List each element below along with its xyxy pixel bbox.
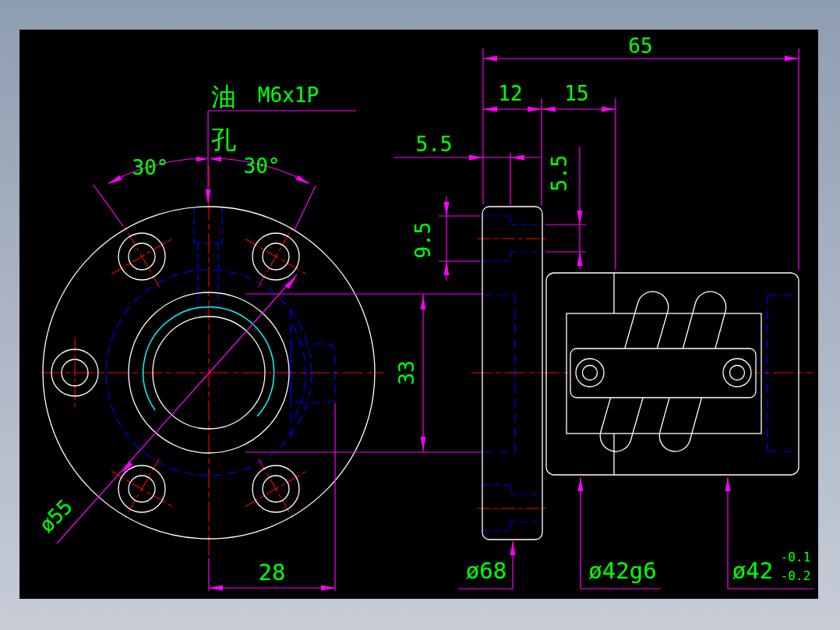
neck-length-text: 15 (564, 82, 588, 105)
tube-clamp-plate (570, 349, 756, 398)
overall-length-text: 65 (628, 34, 652, 58)
cad-window: 油 孔 M6x1P 30° 30° ø55 33 28 65 12 15 5.5… (0, 0, 840, 630)
drawing-viewport[interactable] (19, 30, 818, 599)
body-dia-text: ø42 (732, 557, 773, 584)
cbore-dia-text: 9.5 (411, 222, 435, 259)
flange-thickness-text: 12 (498, 82, 522, 105)
bolt-hole-dia-text: 5.5 (548, 155, 571, 192)
body-tol-upper-text: -0.1 (781, 550, 811, 565)
cad-drawing: 油 孔 M6x1P 30° 30° ø55 33 28 65 12 15 5.5… (0, 0, 840, 630)
angle-left-text: 30° (132, 156, 169, 179)
thread-callout-text: M6x1P (258, 83, 319, 107)
cbore-depth-text: 5.5 (416, 133, 453, 156)
flat-offset-text: 28 (259, 559, 286, 586)
flange-dia-text: ø68 (466, 557, 506, 584)
angle-right-text: 30° (244, 154, 281, 178)
oil-label-bottom: 孔 (211, 125, 236, 154)
journal-dia-text: ø42g6 (588, 557, 656, 584)
oil-label-top: 油 (211, 82, 236, 111)
body-tol-lower-text: -0.2 (781, 568, 811, 583)
pilot-dia-text: 33 (395, 360, 418, 384)
